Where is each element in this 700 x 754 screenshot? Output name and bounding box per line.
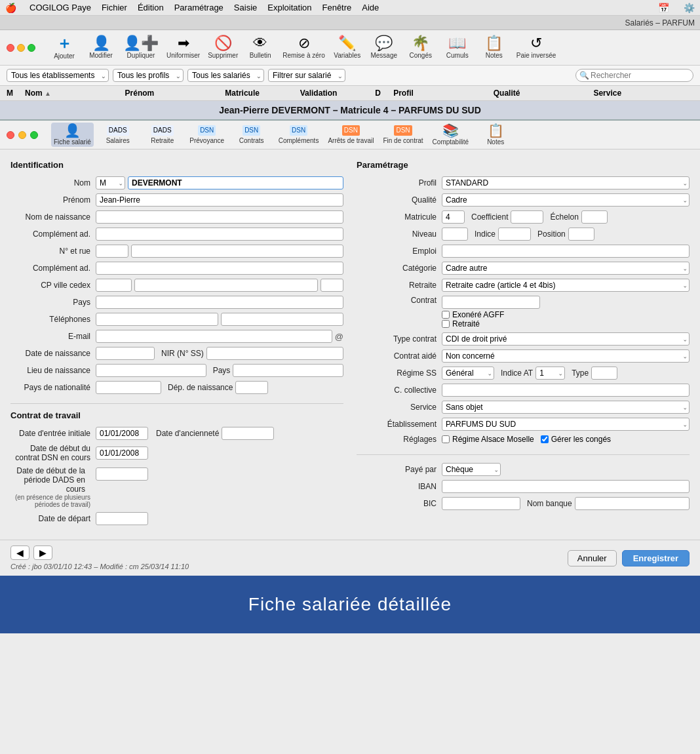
tab-retraite[interactable]: DADS Retraite (142, 124, 183, 146)
tab-complements[interactable]: DSN Compléments (276, 124, 322, 146)
tab-fiche-salarie[interactable]: 👤 Fiche salarié (51, 123, 94, 147)
nir-input[interactable] (206, 347, 343, 360)
remise-button[interactable]: ⊘ Remise à zéro (280, 35, 327, 60)
regime-ss-select[interactable]: Général (442, 367, 494, 380)
tab-salaires[interactable]: DADS Salaires (98, 124, 138, 146)
close-button-2[interactable] (7, 131, 14, 139)
menu-exploitation[interactable]: Exploitation (267, 3, 311, 12)
bic-input[interactable] (442, 497, 520, 510)
menu-edition[interactable]: Édition (138, 3, 164, 12)
menu-saisie[interactable]: Saisie (234, 3, 257, 12)
etablissement-select[interactable]: PARFUMS DU SUD (442, 418, 690, 431)
coefficient-input[interactable] (511, 210, 543, 224)
tab-prevoyance[interactable]: DSN Prévoyance (187, 124, 227, 146)
gerer-conges-checkbox[interactable] (541, 435, 549, 443)
indice-input[interactable] (498, 228, 531, 241)
date-naissance-input[interactable] (96, 347, 155, 360)
next-button[interactable]: ▶ (33, 546, 52, 560)
nrue-num-input[interactable] (96, 245, 128, 258)
apple-icon[interactable]: 🍎 (5, 3, 16, 13)
close-button[interactable] (7, 44, 14, 52)
salaries-select[interactable]: Tous les salariés (187, 69, 264, 82)
date-debut-dsn-input[interactable] (96, 446, 148, 460)
menu-fichier[interactable]: Fichier (102, 3, 127, 12)
variables-button[interactable]: ✏️ Variables (330, 35, 364, 60)
cp-input[interactable] (96, 279, 132, 292)
pays2-input[interactable] (233, 364, 343, 377)
nom-banque-input[interactable] (575, 497, 690, 510)
iban-input[interactable] (442, 480, 690, 493)
nationalite-input[interactable] (96, 381, 161, 394)
civilite-select[interactable]: M (96, 176, 125, 189)
filtrer-select[interactable]: Filtrer sur salarié (268, 69, 345, 82)
pays-input[interactable] (96, 296, 343, 309)
col-nom[interactable]: Nom ▲ (25, 89, 125, 98)
search-input[interactable] (575, 69, 693, 82)
service-select[interactable]: Sans objet (442, 401, 690, 414)
conges-button[interactable]: 🌴 Congés (404, 35, 438, 60)
profil-select[interactable]: STANDARD (442, 176, 690, 189)
tel2-input[interactable] (221, 313, 343, 326)
nom-naissance-input[interactable] (96, 210, 343, 224)
contrat-p-input[interactable] (442, 296, 540, 309)
menu-fenetre[interactable]: Fenêtre (322, 3, 351, 12)
save-button[interactable]: Enregistrer (622, 550, 690, 566)
profils-select[interactable]: Tous les profils (113, 69, 184, 82)
date-depart-input[interactable] (96, 512, 148, 525)
complement-ad2-input[interactable] (96, 262, 343, 275)
tab-contrats[interactable]: DSN Contrats (231, 124, 272, 146)
regime-alsace-checkbox[interactable] (442, 435, 450, 443)
bulletin-button[interactable]: 👁 Bulletin (243, 35, 277, 60)
retraite-checkbox[interactable] (442, 320, 450, 328)
type-input[interactable] (591, 367, 617, 380)
settings-icon[interactable]: ⚙️ (684, 3, 695, 13)
modifier-button[interactable]: 👤 Modifier (84, 35, 118, 60)
contrat-aide-select[interactable]: Non concerné (442, 349, 690, 363)
nrue-rue-input[interactable] (131, 245, 343, 258)
niveau-input[interactable] (442, 228, 468, 241)
prev-button[interactable]: ◀ (10, 546, 29, 560)
tab-notes[interactable]: 📋 Notes (475, 123, 516, 147)
message-button[interactable]: 💬 Message (367, 35, 401, 60)
lieu-naissance-input[interactable] (96, 364, 206, 377)
c-collective-input[interactable] (442, 384, 690, 397)
retraite-select[interactable]: Retraite cadre (article 4 et 4bis) (442, 279, 690, 292)
position-input[interactable] (568, 228, 594, 241)
calendar-icon[interactable]: 📅 (658, 3, 669, 13)
categorie-select[interactable]: Cadre autre (442, 262, 690, 275)
minimize-button[interactable] (17, 44, 25, 52)
add-button[interactable]: ＋ Ajouter (47, 34, 81, 61)
dupliquer-button[interactable]: 👤➕ Dupliquer (121, 35, 161, 60)
matricule-input[interactable] (442, 210, 465, 224)
notes-button[interactable]: 📋 Notes (477, 35, 511, 60)
dep-naissance-input[interactable] (235, 381, 268, 394)
indice-at-select[interactable]: 1 (535, 367, 565, 380)
echelon-input[interactable] (581, 210, 608, 224)
maximize-button[interactable] (28, 44, 35, 52)
exonere-agff-checkbox[interactable] (442, 311, 450, 319)
tab-arrets[interactable]: DSN Arrêts de travail (325, 124, 376, 146)
paye-par-select[interactable]: Chèque (442, 463, 501, 476)
cancel-button[interactable]: Annuler (568, 550, 617, 566)
tel1-input[interactable] (96, 313, 218, 326)
prenom-input[interactable] (96, 193, 343, 207)
emploi-input[interactable] (442, 245, 690, 258)
supprimer-button[interactable]: 🚫 Supprimer (205, 35, 241, 60)
menu-parametrage[interactable]: Paramétrage (174, 3, 224, 12)
etablissements-select[interactable]: Tous les établissements (7, 69, 109, 82)
tab-fin-contrat[interactable]: DSN Fin de contrat (380, 124, 425, 146)
nom-input[interactable] (128, 176, 343, 189)
date-debut-dads-input[interactable] (96, 467, 148, 481)
qualite-select[interactable]: Cadre (442, 193, 690, 207)
cedex-input[interactable] (321, 279, 343, 292)
ville-input[interactable] (134, 279, 318, 292)
uniformiser-button[interactable]: ➡ Uniformiser (164, 35, 203, 60)
minimize-button-2[interactable] (18, 131, 26, 139)
date-anciennete-input[interactable] (222, 427, 274, 440)
menu-cogilog[interactable]: COGILOG Paye (29, 3, 91, 12)
email-input[interactable] (96, 330, 332, 343)
date-entree-input[interactable] (96, 427, 148, 440)
cumuls-button[interactable]: 📖 Cumuls (440, 35, 475, 60)
maximize-button-2[interactable] (30, 131, 38, 139)
menu-aide[interactable]: Aide (362, 3, 379, 12)
